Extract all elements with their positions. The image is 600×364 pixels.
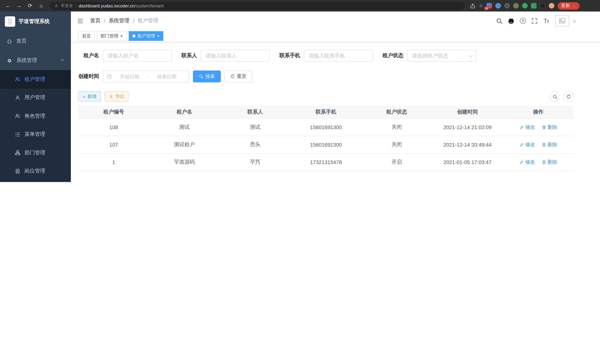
sidebar-item-dict[interactable]: 字典管理 [0, 180, 71, 182]
search-icon[interactable] [496, 18, 502, 24]
export-button[interactable]: 导出 [104, 91, 129, 102]
extension-icon-green-circle[interactable] [522, 3, 528, 9]
edit-icon [519, 125, 524, 129]
tab-label: 租户管理 [137, 33, 155, 39]
sidebar-item-role[interactable]: 角色管理 [0, 107, 71, 125]
search-button[interactable]: 搜索 [193, 71, 221, 82]
tab-home[interactable]: 首页 [78, 31, 95, 41]
cell-tenant-id: 108 [78, 118, 149, 136]
breadcrumb-current: 租户管理 [138, 18, 159, 24]
share-icon[interactable] [470, 3, 476, 8]
navbar-actions: ? [496, 15, 575, 26]
end-date-input[interactable] [150, 74, 183, 79]
extension-icon-dark[interactable] [540, 3, 545, 9]
edit-icon [519, 160, 524, 164]
font-size-icon[interactable] [543, 18, 550, 24]
app-sidebar: 芋道管理系统 首页 系统管理 租户管理 用户管理 [0, 11, 71, 182]
contact-input[interactable] [201, 50, 270, 62]
extension-icon-green-square[interactable] [531, 3, 536, 9]
sidebar-item-tenant[interactable]: 租户管理 [0, 70, 71, 88]
sidebar-item-home[interactable]: 首页 [0, 32, 71, 51]
breadcrumb-home[interactable]: 首页 [90, 18, 101, 24]
avatar[interactable] [555, 15, 569, 26]
avatar-caret-icon[interactable] [573, 19, 576, 22]
delete-link[interactable]: 删除 [542, 124, 557, 131]
tab-tenant[interactable]: 租户管理 × [129, 31, 163, 41]
url-text[interactable]: dashboard.yudao.iocoder.cn/system/tenant [79, 3, 164, 8]
browser-forward-icon[interactable]: → [14, 0, 24, 11]
cell-created: 2021-12-14 21:02:09 [432, 118, 503, 136]
filter-contact: 联系人 [181, 50, 270, 62]
bookmark-star-icon[interactable]: ☆ [479, 3, 483, 9]
breadcrumb-system[interactable]: 系统管理 [109, 18, 130, 24]
delete-icon [542, 125, 546, 129]
address-bar[interactable]: ⚠ 不安全 dashboard.yudao.iocoder.cn/system/… [50, 2, 465, 10]
refresh-table-button[interactable] [563, 91, 574, 102]
col-contact: 联系人 [220, 106, 291, 118]
system-submenu: 租户管理 用户管理 角色管理 菜单管理 部门管理 [0, 70, 71, 182]
col-actions: 操作 [503, 106, 574, 118]
edit-label: 修改 [525, 141, 535, 148]
cell-status: 开启 [361, 153, 432, 171]
browser-reload-icon[interactable]: ⟳ [25, 0, 35, 11]
gear-icon [7, 58, 12, 63]
status-select-input[interactable] [407, 50, 476, 62]
delete-link[interactable]: 删除 [542, 141, 557, 148]
tab-label: 部门管理 [101, 33, 118, 39]
sidebar-item-user[interactable]: 用户管理 [0, 88, 71, 107]
export-button-label: 导出 [115, 93, 124, 100]
filter-row-1: 租户名 联系人 联系手机 租户状态 [78, 50, 574, 62]
sidebar-item-system[interactable]: 系统管理 [0, 51, 71, 70]
extension-badge: 10 [484, 7, 489, 10]
browser-home-icon[interactable]: ⌂ [36, 0, 46, 11]
not-secure-warning-icon[interactable]: ⚠ [55, 3, 58, 8]
cell-phone: 17321315478 [291, 153, 361, 171]
browser-menu-icon[interactable]: ⋮ [572, 3, 576, 8]
tab-dept[interactable]: 部门管理 × [97, 31, 127, 41]
tenant-name-input[interactable] [103, 50, 172, 62]
col-tenant-name: 租户名 [149, 106, 220, 118]
filter-row-2: 创建时间 - 搜索 重置 [78, 71, 574, 82]
date-range-picker[interactable]: - [103, 71, 189, 82]
edit-link[interactable]: 修改 [519, 159, 535, 165]
cell-contact: 芋艿 [220, 153, 291, 171]
app-logo[interactable]: 芋道管理系统 [0, 11, 71, 32]
cell-status: 关闭 [361, 118, 432, 136]
filter-status: 租户状态 [383, 50, 476, 62]
main-area: 首页 / 系统管理 / 租户管理 ? [71, 11, 600, 182]
sidebar-toggle-icon[interactable] [77, 18, 84, 24]
add-button[interactable]: + 新增 [78, 91, 101, 102]
tab-close-icon[interactable]: × [157, 34, 159, 38]
start-date-input[interactable] [113, 74, 146, 79]
page-content: 租户名 联系人 联系手机 租户状态 [71, 42, 600, 182]
user-icon [15, 95, 20, 101]
phone-label: 联系手机 [279, 52, 300, 59]
edit-link[interactable]: 修改 [519, 141, 535, 148]
sidebar-item-label: 部门管理 [25, 149, 45, 156]
sidebar-item-post[interactable]: 岗位管理 [0, 162, 71, 180]
toggle-search-button[interactable] [550, 91, 560, 102]
phone-input[interactable] [304, 50, 373, 62]
tab-close-icon[interactable]: × [120, 34, 123, 38]
status-select[interactable] [407, 50, 476, 62]
extension-icon-blue[interactable] [495, 3, 501, 9]
browser-profile-avatar[interactable] [549, 3, 554, 9]
app-title: 芋道管理系统 [19, 18, 50, 25]
browser-update-button[interactable]: 更新 ⋮ [558, 2, 580, 9]
sidebar-item-label: 角色管理 [25, 113, 45, 120]
help-icon[interactable]: ? [520, 18, 526, 24]
extension-icon-olive[interactable] [513, 3, 519, 9]
github-icon[interactable] [508, 18, 514, 24]
breadcrumb: 首页 / 系统管理 / 租户管理 [90, 18, 159, 24]
reset-button[interactable]: 重置 [225, 71, 252, 82]
sidebar-item-menu[interactable]: 菜单管理 [0, 125, 71, 144]
not-secure-label[interactable]: 不安全 [61, 3, 73, 9]
delete-link[interactable]: 删除 [542, 159, 557, 165]
browser-back-icon[interactable]: ← [3, 0, 13, 11]
fullscreen-icon[interactable] [531, 18, 538, 24]
extension-icon-badged[interactable]: 10 [487, 3, 492, 9]
sidebar-item-dept[interactable]: 部门管理 [0, 144, 71, 162]
cell-status: 关闭 [361, 136, 432, 153]
extension-icon-gray[interactable] [504, 3, 510, 9]
edit-link[interactable]: 修改 [519, 124, 535, 131]
